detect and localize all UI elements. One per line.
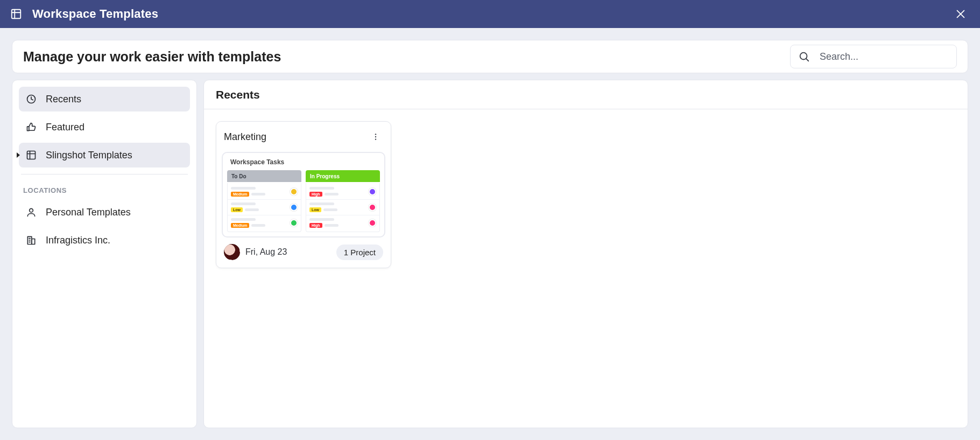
sidebar-item-label: Personal Templates [46, 207, 131, 218]
section-title: Recents [204, 80, 968, 109]
svg-point-17 [375, 134, 376, 135]
sidebar: Recents Featured Slingshot Templates [12, 80, 197, 428]
chevron-right-icon [17, 152, 20, 158]
project-count-chip: 1 Project [336, 245, 383, 260]
assignee-avatar [290, 204, 298, 211]
svg-line-6 [806, 59, 808, 61]
hero-bar: Manage your work easier with templates [12, 40, 968, 73]
clock-icon [25, 93, 37, 105]
titlebar: Workspace Templates [0, 0, 980, 28]
task-item: Medium [228, 184, 301, 200]
template-card[interactable]: Marketing Workspace Tasks To Do [216, 121, 391, 268]
priority-tag: Low [309, 207, 321, 212]
sidebar-item-label: Slingshot Templates [46, 150, 132, 161]
column-header: In Progress [306, 170, 380, 182]
assignee-avatar [369, 188, 376, 195]
assignee-avatar [369, 204, 376, 211]
workspace-icon [10, 8, 23, 20]
task-item: High [306, 184, 379, 200]
template-date: Fri, Aug 23 [245, 247, 287, 257]
close-button[interactable] [951, 4, 970, 24]
svg-point-18 [375, 136, 376, 137]
task-item: High [306, 215, 379, 231]
layout-icon [25, 149, 37, 161]
assignee-avatar [290, 219, 298, 227]
assignee-avatar [290, 188, 298, 195]
svg-point-19 [375, 138, 376, 139]
svg-rect-8 [27, 151, 36, 159]
titlebar-title: Workspace Templates [32, 7, 158, 21]
priority-tag: Medium [231, 192, 249, 197]
task-item: Low [228, 200, 301, 215]
search-input[interactable] [819, 51, 949, 63]
task-item: Low [306, 200, 379, 215]
page-heading: Manage your work easier with templates [23, 49, 281, 65]
sidebar-item-infragistics[interactable]: Infragistics Inc. [19, 228, 190, 253]
board-column-progress: In Progress High [306, 170, 380, 232]
sidebar-item-slingshot-templates[interactable]: Slingshot Templates [19, 143, 190, 167]
sidebar-item-recents[interactable]: Recents [19, 87, 190, 111]
svg-point-11 [30, 208, 33, 212]
sidebar-item-featured[interactable]: Featured [19, 115, 190, 139]
preview-title: Workspace Tasks [230, 158, 378, 166]
svg-rect-0 [12, 10, 21, 19]
search-icon [798, 51, 810, 62]
assignee-avatar [369, 219, 376, 227]
search-box[interactable] [790, 45, 957, 68]
board-column-todo: To Do Medium [227, 170, 301, 232]
sidebar-item-label: Featured [46, 122, 84, 133]
task-item: Medium [228, 215, 301, 231]
sidebar-heading-locations: LOCATIONS [19, 181, 190, 197]
main-panel: Recents Marketing Workspace Tasks [203, 80, 968, 428]
building-icon [25, 234, 37, 246]
sidebar-item-personal-templates[interactable]: Personal Templates [19, 200, 190, 225]
priority-tag: Medium [231, 223, 249, 228]
priority-tag: Low [231, 207, 243, 212]
priority-tag: High [309, 223, 322, 228]
template-card-title: Marketing [224, 131, 266, 143]
column-header: To Do [227, 170, 301, 182]
sidebar-item-label: Infragistics Inc. [46, 235, 110, 246]
svg-rect-13 [32, 239, 35, 245]
priority-tag: High [309, 192, 322, 197]
card-menu-button[interactable] [368, 129, 383, 144]
thumbs-up-icon [25, 121, 37, 133]
person-icon [25, 206, 37, 218]
author-avatar [224, 244, 240, 260]
sidebar-item-label: Recents [46, 94, 81, 105]
sidebar-divider [21, 174, 188, 174]
close-icon [955, 8, 967, 20]
template-preview: Workspace Tasks To Do Medium [222, 152, 385, 238]
kebab-icon [371, 132, 380, 141]
